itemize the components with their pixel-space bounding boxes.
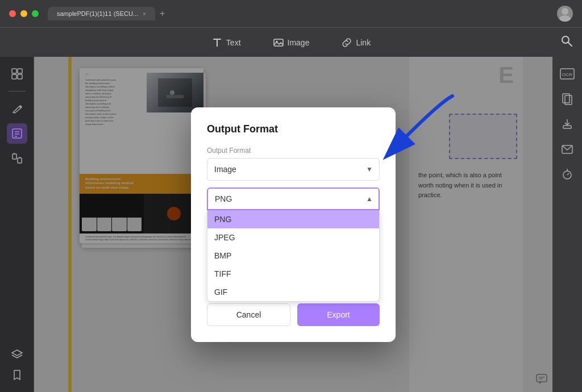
svg-text:OCR: OCR — [562, 72, 572, 77]
new-tab-button[interactable]: + — [160, 9, 165, 19]
arrow-annotation — [373, 90, 464, 181]
svg-rect-3 — [217, 39, 218, 47]
right-sidebar-email[interactable] — [557, 139, 577, 159]
search-button[interactable] — [560, 35, 573, 50]
toolbar: Text Image Link — [0, 27, 582, 57]
sidebar-divider-1 — [9, 91, 26, 91]
svg-rect-4 — [274, 39, 283, 46]
right-sidebar-export[interactable] — [557, 114, 577, 134]
svg-point-6 — [562, 36, 569, 43]
right-sidebar-timer[interactable] — [557, 164, 577, 184]
option-jpeg[interactable]: JPEG — [207, 228, 379, 247]
svg-line-7 — [568, 43, 572, 46]
minimize-button[interactable] — [20, 10, 27, 17]
text-tool[interactable]: Text — [205, 34, 248, 52]
image-format-select-wrapper: PNG ▲ PNG JPEG BMP TIFF GIF — [207, 187, 380, 210]
close-button[interactable] — [9, 10, 16, 17]
svg-rect-17 — [18, 158, 22, 163]
dialog-buttons: Cancel Export — [207, 303, 380, 326]
image-icon — [273, 37, 284, 48]
sidebar-item-organize[interactable] — [7, 148, 27, 169]
dialog-title: Output Format — [207, 123, 380, 135]
svg-line-32 — [567, 173, 569, 175]
sidebar-item-layers[interactable] — [7, 344, 27, 365]
svg-rect-10 — [12, 74, 16, 79]
image-format-select[interactable]: PNG ▲ — [207, 187, 380, 210]
option-gif[interactable]: GIF — [207, 283, 379, 301]
output-format-label: Output Format — [207, 147, 380, 155]
tab-close-icon[interactable]: × — [143, 11, 146, 17]
sidebar-item-form[interactable] — [7, 123, 27, 144]
link-label: Link — [356, 38, 371, 47]
right-sidebar-pages[interactable] — [557, 89, 577, 109]
link-tool[interactable]: Link — [334, 34, 377, 52]
image-tool[interactable]: Image — [266, 34, 317, 52]
tab-title: samplePDF(1)(1)11 (SECU... — [57, 10, 138, 17]
link-icon — [341, 37, 352, 48]
svg-point-1 — [559, 15, 571, 22]
sidebar-bottom — [7, 344, 27, 385]
svg-rect-9 — [18, 69, 22, 73]
sidebar-item-thumbnails[interactable] — [7, 64, 27, 84]
option-bmp[interactable]: BMP — [207, 247, 379, 265]
traffic-lights — [9, 10, 39, 17]
right-sidebar-ocr[interactable]: OCR — [557, 64, 577, 84]
right-sidebar: OCR — [552, 57, 582, 392]
maximize-button[interactable] — [32, 10, 39, 17]
image-label: Image — [288, 38, 310, 47]
svg-rect-16 — [13, 154, 16, 159]
sidebar-item-bookmark[interactable] — [7, 365, 27, 385]
left-sidebar — [0, 57, 34, 392]
format-select[interactable]: Image — [207, 158, 380, 181]
option-png[interactable]: PNG — [207, 210, 379, 228]
export-button[interactable]: Export — [297, 303, 380, 326]
text-label: Text — [226, 38, 241, 47]
avatar[interactable] — [557, 6, 573, 22]
image-format-dropdown: PNG JPEG BMP TIFF GIF — [207, 210, 380, 302]
titlebar: samplePDF(1)(1)11 (SECU... × + — [0, 0, 582, 27]
image-format-chevron-icon: ▲ — [366, 195, 373, 203]
modal-overlay: Output Format Output Format Image ▼ PNG … — [34, 57, 552, 392]
svg-rect-8 — [12, 69, 16, 73]
svg-rect-27 — [563, 126, 571, 128]
svg-rect-11 — [18, 74, 22, 79]
tab-bar: samplePDF(1)(1)11 (SECU... × + — [48, 7, 557, 20]
main-area: ••• • 1 Combined with practical cases,th… — [0, 57, 582, 392]
export-dialog: Output Format Output Format Image ▼ PNG … — [191, 107, 396, 342]
svg-point-0 — [562, 8, 568, 15]
option-tiff[interactable]: TIFF — [207, 265, 379, 283]
format-select-wrapper: Image ▼ — [207, 158, 380, 181]
cancel-button[interactable]: Cancel — [207, 303, 290, 326]
content-area: ••• • 1 Combined with practical cases,th… — [34, 57, 552, 392]
sidebar-item-annotate[interactable] — [7, 98, 27, 119]
active-tab[interactable]: samplePDF(1)(1)11 (SECU... × — [48, 7, 155, 20]
text-icon — [211, 37, 223, 48]
